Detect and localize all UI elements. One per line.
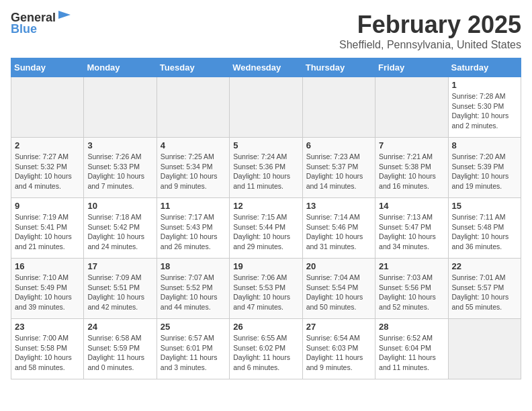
day-info: Sunrise: 7:20 AM Sunset: 5:39 PM Dayligh…: [452, 152, 517, 191]
calendar-cell: 10Sunrise: 7:18 AM Sunset: 5:42 PM Dayli…: [84, 198, 157, 259]
week-row-2: 2Sunrise: 7:27 AM Sunset: 5:32 PM Daylig…: [11, 138, 521, 198]
calendar-table: SundayMondayTuesdayWednesdayThursdayFrid…: [11, 58, 521, 379]
calendar-cell: 13Sunrise: 7:14 AM Sunset: 5:46 PM Dayli…: [302, 198, 375, 259]
weekday-header-monday: Monday: [84, 58, 157, 77]
weekday-header-wednesday: Wednesday: [230, 58, 302, 77]
day-info: Sunrise: 7:28 AM Sunset: 5:30 PM Dayligh…: [452, 91, 517, 131]
week-row-5: 23Sunrise: 7:00 AM Sunset: 5:58 PM Dayli…: [11, 319, 521, 379]
day-info: Sunrise: 7:19 AM Sunset: 5:41 PM Dayligh…: [15, 212, 80, 252]
header: General Blue February 2025 Sheffield, Pe…: [11, 11, 521, 51]
calendar-cell: [11, 77, 84, 138]
calendar-cell: 19Sunrise: 7:06 AM Sunset: 5:53 PM Dayli…: [230, 259, 302, 319]
day-number: 18: [161, 261, 226, 271]
day-number: 14: [379, 201, 444, 211]
day-info: Sunrise: 7:11 AM Sunset: 5:48 PM Dayligh…: [452, 212, 517, 252]
week-row-3: 9Sunrise: 7:19 AM Sunset: 5:41 PM Daylig…: [11, 198, 521, 259]
day-info: Sunrise: 6:57 AM Sunset: 6:01 PM Dayligh…: [161, 333, 226, 373]
calendar-cell: [302, 77, 375, 138]
calendar-cell: 6Sunrise: 7:23 AM Sunset: 5:37 PM Daylig…: [302, 138, 375, 198]
calendar-cell: 16Sunrise: 7:10 AM Sunset: 5:49 PM Dayli…: [11, 259, 84, 319]
day-number: 13: [306, 201, 371, 211]
day-number: 15: [452, 201, 517, 211]
day-info: Sunrise: 6:55 AM Sunset: 6:02 PM Dayligh…: [233, 333, 298, 373]
weekday-header-tuesday: Tuesday: [157, 58, 229, 77]
calendar-cell: 27Sunrise: 6:54 AM Sunset: 6:03 PM Dayli…: [302, 319, 375, 379]
day-number: 24: [87, 322, 152, 332]
day-number: 12: [233, 201, 298, 211]
calendar-cell: 24Sunrise: 6:58 AM Sunset: 5:59 PM Dayli…: [84, 319, 157, 379]
calendar-cell: 17Sunrise: 7:09 AM Sunset: 5:51 PM Dayli…: [84, 259, 157, 319]
day-number: 10: [87, 201, 152, 211]
day-info: Sunrise: 7:04 AM Sunset: 5:54 PM Dayligh…: [306, 273, 371, 312]
calendar-cell: 1Sunrise: 7:28 AM Sunset: 5:30 PM Daylig…: [448, 77, 521, 138]
day-info: Sunrise: 7:10 AM Sunset: 5:49 PM Dayligh…: [15, 273, 80, 312]
calendar-cell: 28Sunrise: 6:52 AM Sunset: 6:04 PM Dayli…: [375, 319, 448, 379]
day-number: 23: [15, 322, 80, 332]
day-number: 28: [379, 322, 444, 332]
day-info: Sunrise: 7:26 AM Sunset: 5:33 PM Dayligh…: [87, 152, 152, 191]
week-row-1: 1Sunrise: 7:28 AM Sunset: 5:30 PM Daylig…: [11, 77, 521, 138]
weekday-header-saturday: Saturday: [448, 58, 521, 77]
calendar-subtitle: Sheffield, Pennsylvania, United States: [339, 39, 521, 51]
calendar-cell: [157, 77, 229, 138]
day-info: Sunrise: 7:23 AM Sunset: 5:37 PM Dayligh…: [306, 152, 371, 191]
day-info: Sunrise: 6:52 AM Sunset: 6:04 PM Dayligh…: [379, 333, 444, 373]
calendar-cell: [230, 77, 302, 138]
day-info: Sunrise: 7:24 AM Sunset: 5:36 PM Dayligh…: [233, 152, 298, 191]
logo-blue-text: Blue: [11, 22, 37, 36]
title-section: February 2025 Sheffield, Pennsylvania, U…: [339, 11, 521, 51]
day-number: 7: [379, 140, 444, 150]
day-info: Sunrise: 7:13 AM Sunset: 5:47 PM Dayligh…: [379, 212, 444, 252]
calendar-cell: 7Sunrise: 7:21 AM Sunset: 5:38 PM Daylig…: [375, 138, 448, 198]
calendar-title: February 2025: [339, 11, 521, 39]
day-number: 16: [15, 261, 80, 271]
day-info: Sunrise: 7:01 AM Sunset: 5:57 PM Dayligh…: [452, 273, 517, 312]
day-info: Sunrise: 7:00 AM Sunset: 5:58 PM Dayligh…: [15, 333, 80, 373]
day-number: 11: [161, 201, 226, 211]
day-number: 1: [452, 80, 517, 90]
calendar-cell: 18Sunrise: 7:07 AM Sunset: 5:52 PM Dayli…: [157, 259, 229, 319]
day-info: Sunrise: 6:58 AM Sunset: 5:59 PM Dayligh…: [87, 333, 152, 373]
day-info: Sunrise: 6:54 AM Sunset: 6:03 PM Dayligh…: [306, 333, 371, 373]
weekday-header-friday: Friday: [375, 58, 448, 77]
svg-marker-0: [58, 11, 71, 19]
day-number: 8: [452, 140, 517, 150]
logo: General Blue: [11, 11, 72, 36]
day-info: Sunrise: 7:06 AM Sunset: 5:53 PM Dayligh…: [233, 273, 298, 312]
logo-flag-icon: [57, 9, 72, 24]
calendar-cell: 20Sunrise: 7:04 AM Sunset: 5:54 PM Dayli…: [302, 259, 375, 319]
calendar-cell: 4Sunrise: 7:25 AM Sunset: 5:34 PM Daylig…: [157, 138, 229, 198]
calendar-cell: 2Sunrise: 7:27 AM Sunset: 5:32 PM Daylig…: [11, 138, 84, 198]
day-number: 22: [452, 261, 517, 271]
day-number: 5: [233, 140, 298, 150]
calendar-cell: 25Sunrise: 6:57 AM Sunset: 6:01 PM Dayli…: [157, 319, 229, 379]
weekday-header-sunday: Sunday: [11, 58, 84, 77]
day-info: Sunrise: 7:17 AM Sunset: 5:43 PM Dayligh…: [161, 212, 226, 252]
calendar-cell: 26Sunrise: 6:55 AM Sunset: 6:02 PM Dayli…: [230, 319, 302, 379]
calendar-cell: 9Sunrise: 7:19 AM Sunset: 5:41 PM Daylig…: [11, 198, 84, 259]
day-number: 6: [306, 140, 371, 150]
day-number: 2: [15, 140, 80, 150]
calendar-cell: 15Sunrise: 7:11 AM Sunset: 5:48 PM Dayli…: [448, 198, 521, 259]
calendar-cell: 23Sunrise: 7:00 AM Sunset: 5:58 PM Dayli…: [11, 319, 84, 379]
weekday-header-row: SundayMondayTuesdayWednesdayThursdayFrid…: [11, 58, 521, 77]
calendar-cell: 22Sunrise: 7:01 AM Sunset: 5:57 PM Dayli…: [448, 259, 521, 319]
calendar-cell: 3Sunrise: 7:26 AM Sunset: 5:33 PM Daylig…: [84, 138, 157, 198]
day-number: 27: [306, 322, 371, 332]
day-info: Sunrise: 7:25 AM Sunset: 5:34 PM Dayligh…: [161, 152, 226, 191]
calendar-cell: [375, 77, 448, 138]
day-number: 9: [15, 201, 80, 211]
day-info: Sunrise: 7:15 AM Sunset: 5:44 PM Dayligh…: [233, 212, 298, 252]
day-info: Sunrise: 7:18 AM Sunset: 5:42 PM Dayligh…: [87, 212, 152, 252]
calendar-cell: 8Sunrise: 7:20 AM Sunset: 5:39 PM Daylig…: [448, 138, 521, 198]
day-number: 17: [87, 261, 152, 271]
week-row-4: 16Sunrise: 7:10 AM Sunset: 5:49 PM Dayli…: [11, 259, 521, 319]
day-number: 21: [379, 261, 444, 271]
day-info: Sunrise: 7:27 AM Sunset: 5:32 PM Dayligh…: [15, 152, 80, 191]
day-number: 20: [306, 261, 371, 271]
calendar-cell: 21Sunrise: 7:03 AM Sunset: 5:56 PM Dayli…: [375, 259, 448, 319]
calendar-cell: 12Sunrise: 7:15 AM Sunset: 5:44 PM Dayli…: [230, 198, 302, 259]
day-info: Sunrise: 7:21 AM Sunset: 5:38 PM Dayligh…: [379, 152, 444, 191]
calendar-cell: [448, 319, 521, 379]
day-number: 26: [233, 322, 298, 332]
